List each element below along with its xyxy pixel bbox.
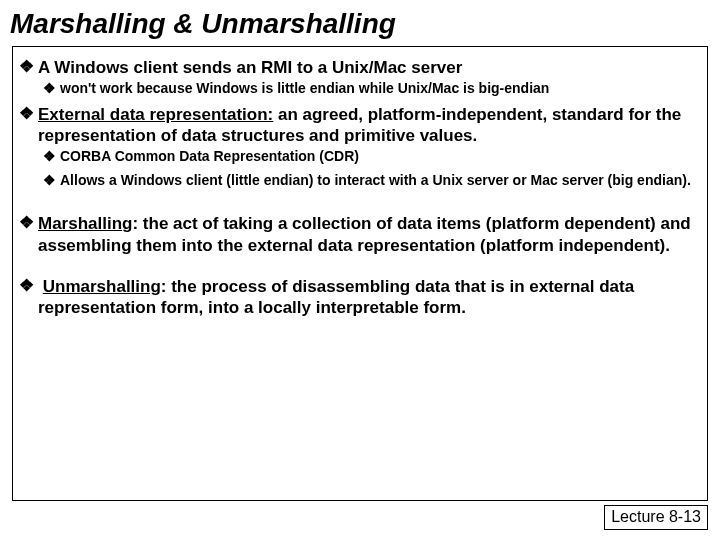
sub-bullet-item: ❖ Allows a Windows client (little endian… (43, 172, 701, 190)
term: Marshalling (38, 214, 132, 233)
sub-bullet-text: Allows a Windows client (little endian) … (60, 172, 691, 190)
page-title: Marshalling & Unmarshalling (0, 0, 720, 46)
diamond-bullet-icon: ❖ (43, 80, 56, 98)
bullet-text: Marshalling: the act of taking a collect… (38, 213, 701, 256)
diamond-bullet-icon: ❖ (19, 104, 34, 147)
sub-bullet-item: ❖ won't work because Windows is little e… (43, 80, 701, 98)
definition: : the act of taking a collection of data… (38, 214, 691, 254)
sub-bullet-text: won't work because Windows is little end… (60, 80, 549, 98)
bullet-text: Unmarshalling: the process of disassembl… (38, 276, 701, 319)
content-box: ❖ A Windows client sends an RMI to a Uni… (12, 46, 708, 501)
bullet-item: ❖ Unmarshalling: the process of disassem… (19, 276, 701, 319)
sub-bullet-text: CORBA Common Data Representation (CDR) (60, 148, 359, 166)
bullet-item: ❖ External data representation: an agree… (19, 104, 701, 147)
diamond-bullet-icon: ❖ (19, 57, 34, 78)
bullet-item: ❖ A Windows client sends an RMI to a Uni… (19, 57, 701, 78)
diamond-bullet-icon: ❖ (19, 276, 34, 319)
bullet-item: ❖ Marshalling: the act of taking a colle… (19, 213, 701, 256)
sub-bullet-item: ❖ CORBA Common Data Representation (CDR) (43, 148, 701, 166)
diamond-bullet-icon: ❖ (43, 148, 56, 166)
bullet-text: A Windows client sends an RMI to a Unix/… (38, 57, 462, 78)
bullet-text: External data representation: an agreed,… (38, 104, 701, 147)
diamond-bullet-icon: ❖ (43, 172, 56, 190)
diamond-bullet-icon: ❖ (19, 213, 34, 256)
term: External data representation: (38, 105, 273, 124)
lecture-footer: Lecture 8-13 (604, 505, 708, 530)
term: Unmarshalling (43, 277, 161, 296)
